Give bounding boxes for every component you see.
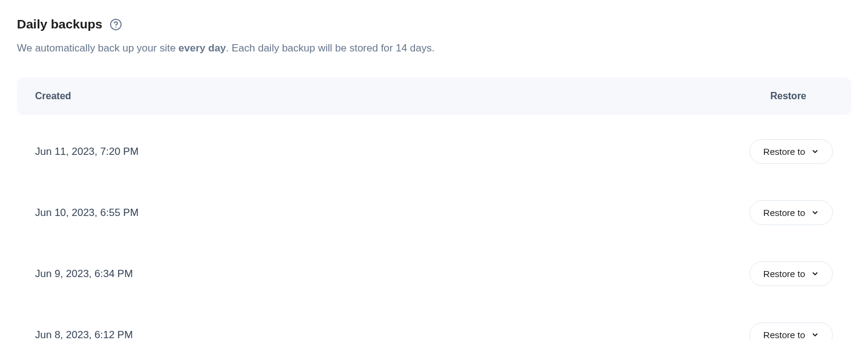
backup-created-date: Jun 11, 2023, 7:20 PM xyxy=(35,146,139,158)
restore-button-label: Restore to xyxy=(763,146,805,157)
table-row: Jun 9, 2023, 6:34 PMRestore to xyxy=(17,243,851,304)
table-header: Created Restore xyxy=(17,77,851,115)
help-icon[interactable] xyxy=(109,18,122,31)
description-prefix: We automatically back up your site xyxy=(17,42,178,54)
column-header-created: Created xyxy=(35,91,71,102)
section-title: Daily backups xyxy=(17,17,102,31)
backup-list: Jun 11, 2023, 7:20 PMRestore toJun 10, 2… xyxy=(17,121,851,340)
backup-created-date: Jun 9, 2023, 6:34 PM xyxy=(35,268,133,280)
restore-button[interactable]: Restore to xyxy=(749,139,833,164)
chevron-down-icon xyxy=(811,148,819,155)
table-row: Jun 8, 2023, 6:12 PMRestore to xyxy=(17,304,851,340)
chevron-down-icon xyxy=(811,331,819,339)
restore-button-label: Restore to xyxy=(763,208,805,218)
restore-button-label: Restore to xyxy=(763,269,805,279)
description-emphasis: every day xyxy=(178,42,226,54)
table-row: Jun 11, 2023, 7:20 PMRestore to xyxy=(17,121,851,182)
backup-created-date: Jun 8, 2023, 6:12 PM xyxy=(35,329,133,341)
section-description: We automatically back up your site every… xyxy=(17,42,851,54)
restore-button[interactable]: Restore to xyxy=(749,322,833,340)
backup-created-date: Jun 10, 2023, 6:55 PM xyxy=(35,207,139,219)
table-row: Jun 10, 2023, 6:55 PMRestore to xyxy=(17,182,851,243)
section-header: Daily backups xyxy=(17,17,851,31)
restore-button[interactable]: Restore to xyxy=(749,261,833,286)
restore-button[interactable]: Restore to xyxy=(749,200,833,225)
chevron-down-icon xyxy=(811,270,819,278)
description-suffix: . Each daily backup will be stored for 1… xyxy=(226,42,435,54)
column-header-restore: Restore xyxy=(770,91,833,102)
restore-button-label: Restore to xyxy=(763,330,805,340)
chevron-down-icon xyxy=(811,209,819,217)
